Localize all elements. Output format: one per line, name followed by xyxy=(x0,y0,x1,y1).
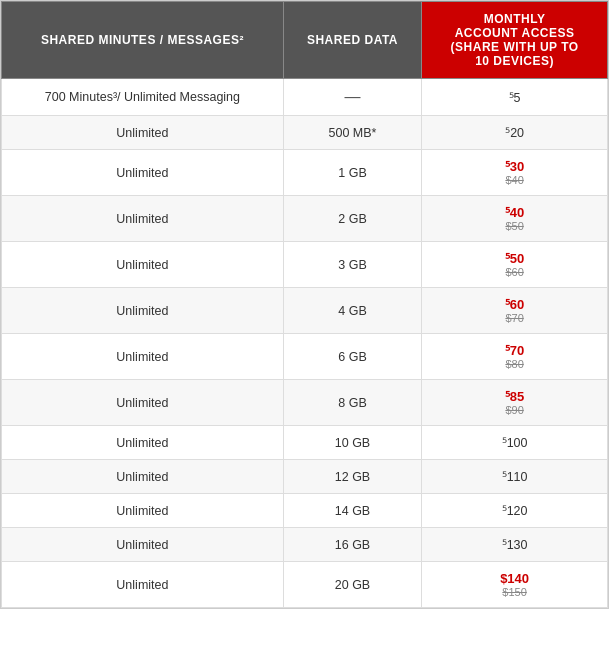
data-cell: 2 GB xyxy=(283,196,421,242)
data-cell: 10 GB xyxy=(283,426,421,460)
data-cell: 20 GB xyxy=(283,562,421,608)
data-cell: 1 GB xyxy=(283,150,421,196)
price-cell: ⁵40$50 xyxy=(422,196,608,242)
price-cell: ⁵85$90 xyxy=(422,380,608,426)
data-cell: 4 GB xyxy=(283,288,421,334)
data-cell: 14 GB xyxy=(283,494,421,528)
minutes-cell: Unlimited xyxy=(2,150,284,196)
minutes-cell: Unlimited xyxy=(2,242,284,288)
col3-header: MONTHLY ACCOUNT ACCESS (SHARE WITH UP TO… xyxy=(422,2,608,79)
price-cell: ⁵100 xyxy=(422,426,608,460)
minutes-cell: Unlimited xyxy=(2,380,284,426)
data-cell: 16 GB xyxy=(283,528,421,562)
minutes-cell: Unlimited xyxy=(2,494,284,528)
price-cell: ⁵5 xyxy=(422,79,608,116)
price-cell: ⁵60$70 xyxy=(422,288,608,334)
minutes-cell: Unlimited xyxy=(2,116,284,150)
data-cell: 6 GB xyxy=(283,334,421,380)
price-cell: ⁵30$40 xyxy=(422,150,608,196)
data-cell: — xyxy=(283,79,421,116)
data-cell: 3 GB xyxy=(283,242,421,288)
data-cell: 8 GB xyxy=(283,380,421,426)
price-cell: ⁵110 xyxy=(422,460,608,494)
minutes-cell: 700 Minutes³/ Unlimited Messaging xyxy=(2,79,284,116)
pricing-table: SHARED MINUTES / MESSAGES² SHARED DATA M… xyxy=(0,0,609,609)
data-cell: 12 GB xyxy=(283,460,421,494)
price-cell: ⁵130 xyxy=(422,528,608,562)
col2-header: SHARED DATA xyxy=(283,2,421,79)
minutes-cell: Unlimited xyxy=(2,460,284,494)
minutes-cell: Unlimited xyxy=(2,562,284,608)
price-cell: ⁵20 xyxy=(422,116,608,150)
price-cell: $140$150 xyxy=(422,562,608,608)
minutes-cell: Unlimited xyxy=(2,196,284,242)
minutes-cell: Unlimited xyxy=(2,288,284,334)
price-cell: ⁵50$60 xyxy=(422,242,608,288)
minutes-cell: Unlimited xyxy=(2,334,284,380)
minutes-cell: Unlimited xyxy=(2,426,284,460)
minutes-cell: Unlimited xyxy=(2,528,284,562)
col1-header: SHARED MINUTES / MESSAGES² xyxy=(2,2,284,79)
price-cell: ⁵70$80 xyxy=(422,334,608,380)
data-cell: 500 MB* xyxy=(283,116,421,150)
price-cell: ⁵120 xyxy=(422,494,608,528)
